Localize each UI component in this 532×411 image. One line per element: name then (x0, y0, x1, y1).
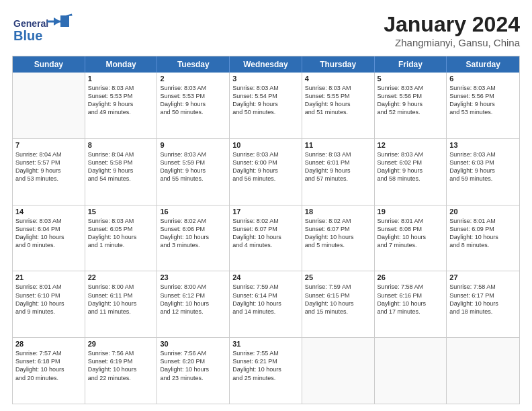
day-31: 31Sunrise: 7:55 AMSunset: 6:21 PMDayligh… (230, 338, 302, 404)
cell-line: Daylight: 10 hours (449, 300, 517, 308)
cell-line: Sunset: 6:08 PM (378, 225, 444, 233)
cell-line: Sunrise: 7:57 AM (15, 349, 82, 357)
cell-line: Daylight: 10 hours (232, 233, 299, 241)
day-number: 9 (160, 141, 226, 149)
cell-line: Daylight: 10 hours (232, 365, 299, 373)
cell-line: Sunrise: 8:01 AM (449, 217, 517, 225)
empty-cell (302, 338, 375, 404)
cell-line: and 3 minutes. (160, 241, 226, 249)
cell-line: Daylight: 9 hours (15, 167, 82, 175)
day-number: 7 (15, 141, 82, 149)
day-30: 30Sunrise: 7:56 AMSunset: 6:20 PMDayligh… (157, 338, 230, 404)
day-1: 1Sunrise: 8:03 AMSunset: 5:53 PMDaylight… (85, 73, 158, 138)
cell-line: Sunrise: 8:03 AM (378, 150, 444, 158)
logo-svg: General Blue (12, 12, 73, 49)
empty-cell (13, 73, 85, 138)
day-16: 16Sunrise: 8:02 AMSunset: 6:06 PMDayligh… (157, 205, 230, 271)
day-number: 25 (305, 273, 371, 281)
empty-cell (375, 338, 447, 404)
cell-line: Sunset: 5:56 PM (378, 92, 444, 100)
cell-line: Sunset: 5:54 PM (232, 92, 299, 100)
day-number: 8 (88, 141, 154, 149)
cell-line: Daylight: 10 hours (15, 233, 82, 241)
cell-line: Daylight: 9 hours (160, 167, 226, 175)
cell-line: Daylight: 10 hours (305, 300, 371, 308)
day-number: 19 (378, 208, 444, 216)
cell-line: Daylight: 10 hours (449, 233, 517, 241)
calendar-row-0: 1Sunrise: 8:03 AMSunset: 5:53 PMDaylight… (13, 73, 519, 139)
day-29: 29Sunrise: 7:56 AMSunset: 6:19 PMDayligh… (85, 338, 158, 404)
cell-line: Sunset: 6:11 PM (88, 291, 154, 300)
day-number: 26 (378, 273, 444, 281)
sub-title: Zhangmianyi, Gansu, China (384, 37, 520, 48)
cell-line: Sunset: 5:53 PM (88, 92, 154, 100)
day-number: 4 (305, 75, 371, 83)
cell-line: and 58 minutes. (378, 175, 444, 183)
day-number: 18 (305, 208, 371, 216)
cell-line: and 52 minutes. (378, 108, 444, 116)
cell-line: Sunrise: 7:56 AM (160, 349, 226, 357)
cell-line: Sunset: 6:04 PM (15, 225, 82, 233)
day-number: 12 (378, 141, 444, 149)
day-number: 21 (15, 273, 82, 281)
cell-line: Sunrise: 8:02 AM (232, 217, 299, 225)
cell-line: Sunset: 6:17 PM (449, 291, 517, 300)
day-27: 27Sunrise: 7:58 AMSunset: 6:17 PMDayligh… (447, 271, 519, 337)
day-8: 8Sunrise: 8:04 AMSunset: 5:58 PMDaylight… (85, 139, 158, 205)
cell-line: Daylight: 10 hours (88, 233, 154, 241)
day-13: 13Sunrise: 8:03 AMSunset: 6:03 PMDayligh… (447, 139, 519, 205)
cell-line: Sunrise: 8:03 AM (305, 84, 371, 92)
calendar-row-1: 7Sunrise: 8:04 AMSunset: 5:57 PMDaylight… (13, 139, 519, 205)
day-number: 16 (160, 208, 226, 216)
day-number: 6 (449, 75, 517, 83)
day-18: 18Sunrise: 8:02 AMSunset: 6:07 PMDayligh… (302, 205, 375, 271)
cell-line: Sunrise: 7:58 AM (378, 283, 444, 291)
cell-line: Sunrise: 8:04 AM (88, 150, 154, 158)
day-number: 14 (15, 208, 82, 216)
day-17: 17Sunrise: 8:02 AMSunset: 6:07 PMDayligh… (230, 205, 302, 271)
day-14: 14Sunrise: 8:03 AMSunset: 6:04 PMDayligh… (13, 205, 85, 271)
cell-line: Daylight: 10 hours (160, 233, 226, 241)
cell-line: Sunset: 6:14 PM (232, 291, 299, 300)
page: General Blue January 2024 Zhangmianyi, G… (0, 0, 532, 411)
cell-line: Sunset: 6:05 PM (88, 225, 154, 233)
day-number: 17 (232, 208, 299, 216)
cell-line: and 51 minutes. (305, 108, 371, 116)
cell-line: and 0 minutes. (15, 241, 82, 249)
cell-line: Sunrise: 8:03 AM (305, 150, 371, 158)
day-7: 7Sunrise: 8:04 AMSunset: 5:57 PMDaylight… (13, 139, 85, 205)
cell-line: Sunset: 6:02 PM (378, 158, 444, 167)
cell-line: and 20 minutes. (15, 374, 82, 382)
cell-line: Sunset: 6:12 PM (160, 291, 226, 300)
day-number: 31 (232, 340, 299, 348)
day-number: 5 (378, 75, 444, 83)
cell-line: Sunset: 6:19 PM (88, 357, 154, 365)
cell-line: Sunrise: 7:58 AM (449, 283, 517, 291)
cell-line: and 50 minutes. (232, 108, 299, 116)
calendar-body: 1Sunrise: 8:03 AMSunset: 5:53 PMDaylight… (13, 73, 519, 404)
cell-line: Sunset: 6:01 PM (305, 158, 371, 167)
cell-line: and 55 minutes. (160, 175, 226, 183)
cell-line: Daylight: 9 hours (305, 100, 371, 108)
header-day-tuesday: Tuesday (157, 56, 230, 73)
day-number: 15 (88, 208, 154, 216)
cell-line: Daylight: 10 hours (378, 300, 444, 308)
day-15: 15Sunrise: 8:03 AMSunset: 6:05 PMDayligh… (85, 205, 158, 271)
empty-cell (447, 338, 519, 404)
cell-line: Sunset: 5:56 PM (449, 92, 517, 100)
cell-line: and 57 minutes. (305, 175, 371, 183)
svg-marker-1 (60, 15, 69, 27)
day-19: 19Sunrise: 8:01 AMSunset: 6:08 PMDayligh… (375, 205, 447, 271)
cell-line: Daylight: 9 hours (232, 167, 299, 175)
day-20: 20Sunrise: 8:01 AMSunset: 6:09 PMDayligh… (447, 205, 519, 271)
cell-line: Sunrise: 8:03 AM (232, 150, 299, 158)
cell-line: and 11 minutes. (88, 308, 154, 316)
cell-line: Sunrise: 8:03 AM (449, 84, 517, 92)
cell-line: Sunrise: 8:02 AM (160, 217, 226, 225)
cell-line: Daylight: 10 hours (15, 365, 82, 373)
calendar-row-4: 28Sunrise: 7:57 AMSunset: 6:18 PMDayligh… (13, 338, 519, 404)
day-number: 20 (449, 208, 517, 216)
cell-line: Sunset: 5:59 PM (160, 158, 226, 167)
cell-line: and 5 minutes. (305, 241, 371, 249)
cell-line: Daylight: 10 hours (15, 300, 82, 308)
